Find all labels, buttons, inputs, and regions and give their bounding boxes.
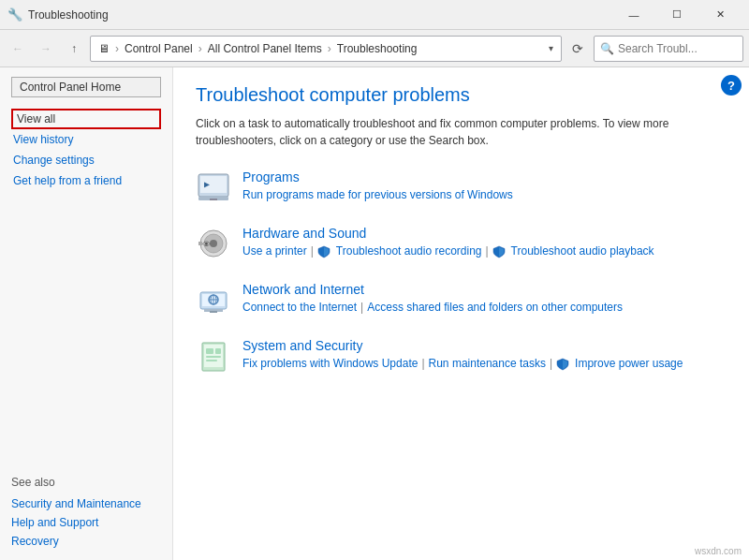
- breadcrumb-troubleshooting: Troubleshooting: [337, 42, 418, 55]
- title-bar: 🔧 Troubleshooting — ☐ ✕: [0, 0, 749, 30]
- system-icon: [196, 338, 231, 374]
- network-content: Network and Internet Connect to the Inte…: [242, 282, 727, 314]
- address-bar: ← → ↑ 🖥 › Control Panel › All Control Pa…: [0, 30, 749, 67]
- hardware-content: Hardware and Sound Use a printer | Troub…: [242, 226, 727, 258]
- breadcrumb-icon: 🖥: [98, 42, 110, 55]
- system-link-update[interactable]: Fix problems with Windows Update: [242, 357, 418, 370]
- refresh-button[interactable]: ⟳: [565, 37, 590, 61]
- forward-button[interactable]: →: [34, 37, 58, 61]
- shield-icon-playback: [492, 244, 507, 258]
- help-button[interactable]: ?: [721, 75, 742, 96]
- hardware-link-recording[interactable]: Troubleshoot audio recording: [336, 244, 482, 258]
- svg-rect-17: [210, 311, 217, 313]
- content-area: ? Troubleshoot computer problems Click o…: [173, 67, 749, 560]
- sidebar-item-change-settings[interactable]: Change settings: [11, 150, 161, 170]
- system-links: Fix problems with Windows Update | Run m…: [242, 357, 727, 371]
- main-layout: Control Panel Home View all View history…: [0, 67, 749, 560]
- category-network: Network and Internet Connect to the Inte…: [196, 282, 727, 317]
- hardware-title[interactable]: Hardware and Sound: [242, 226, 727, 241]
- address-box[interactable]: 🖥 › Control Panel › All Control Panel It…: [90, 36, 562, 62]
- up-button[interactable]: ↑: [62, 37, 86, 61]
- close-button[interactable]: ✕: [698, 0, 742, 30]
- title-bar-icon: 🔧: [7, 7, 22, 22]
- svg-rect-23: [206, 360, 217, 361]
- search-box[interactable]: 🔍: [594, 36, 743, 62]
- system-title[interactable]: System and Security: [242, 338, 727, 353]
- watermark: wsxdn.com: [695, 546, 742, 556]
- sidebar-item-view-all[interactable]: View all: [11, 109, 161, 129]
- network-icon: [196, 282, 231, 317]
- programs-links: Run programs made for previous versions …: [242, 188, 727, 201]
- system-link-power[interactable]: Improve power usage: [575, 357, 683, 370]
- sidebar-link-security[interactable]: Security and Maintenance: [11, 494, 161, 513]
- network-links: Connect to the Internet | Access shared …: [242, 301, 727, 314]
- search-icon: 🔍: [600, 42, 614, 55]
- window-controls: — ☐ ✕: [612, 0, 742, 30]
- sidebar: Control Panel Home View all View history…: [0, 67, 173, 560]
- page-title: Troubleshoot computer problems: [196, 84, 727, 106]
- breadcrumb-control-panel[interactable]: Control Panel: [125, 42, 193, 55]
- sidebar-footer: See also Security and Maintenance Help a…: [11, 476, 161, 551]
- address-dropdown-icon[interactable]: ▾: [549, 43, 553, 53]
- programs-title[interactable]: Programs: [242, 169, 727, 184]
- sidebar-item-view-history[interactable]: View history: [11, 129, 161, 150]
- system-content: System and Security Fix problems with Wi…: [242, 338, 727, 371]
- back-button[interactable]: ←: [6, 37, 30, 61]
- hardware-icon: 👁: [196, 226, 231, 261]
- maximize-button[interactable]: ☐: [655, 0, 698, 30]
- page-description: Click on a task to automatically trouble…: [196, 115, 727, 149]
- minimize-button[interactable]: —: [612, 0, 655, 30]
- svg-text:👁: 👁: [202, 240, 211, 249]
- svg-point-7: [210, 240, 217, 247]
- programs-content: Programs Run programs made for previous …: [242, 169, 727, 201]
- hardware-link-playback[interactable]: Troubleshoot audio playback: [511, 244, 654, 258]
- breadcrumb-all-items[interactable]: All Control Panel Items: [208, 42, 322, 55]
- svg-rect-22: [206, 356, 221, 358]
- network-title[interactable]: Network and Internet: [242, 282, 727, 297]
- svg-text:▶: ▶: [204, 179, 210, 189]
- shield-icon-power: [556, 357, 571, 371]
- sidebar-link-help[interactable]: Help and Support: [11, 513, 161, 532]
- category-hardware: 👁 Hardware and Sound Use a printer | Tro…: [196, 226, 727, 261]
- svg-rect-3: fill="#778899": [210, 199, 217, 200]
- search-input[interactable]: [618, 42, 737, 55]
- programs-link-1[interactable]: Run programs made for previous versions …: [242, 188, 513, 201]
- programs-icon: fill="#778899" ▶: [196, 169, 231, 205]
- svg-rect-21: [215, 348, 221, 354]
- system-link-maintenance[interactable]: Run maintenance tasks: [429, 357, 546, 370]
- title-bar-title: Troubleshooting: [28, 8, 612, 22]
- hardware-link-printer[interactable]: Use a printer: [242, 244, 307, 258]
- shield-icon-recording: [317, 244, 332, 258]
- network-link-connect[interactable]: Connect to the Internet: [242, 301, 357, 314]
- sidebar-item-get-help[interactable]: Get help from a friend: [11, 170, 161, 191]
- see-also-label: See also: [11, 476, 161, 489]
- hardware-links: Use a printer | Troubleshoot audio recor…: [242, 244, 727, 258]
- svg-rect-20: [206, 348, 213, 354]
- network-link-shared[interactable]: Access shared files and folders on other…: [367, 301, 623, 314]
- sidebar-link-recovery[interactable]: Recovery: [11, 532, 161, 551]
- category-system: System and Security Fix problems with Wi…: [196, 338, 727, 374]
- category-programs: fill="#778899" ▶ Programs Run programs m…: [196, 169, 727, 205]
- control-panel-home-link[interactable]: Control Panel Home: [11, 77, 161, 97]
